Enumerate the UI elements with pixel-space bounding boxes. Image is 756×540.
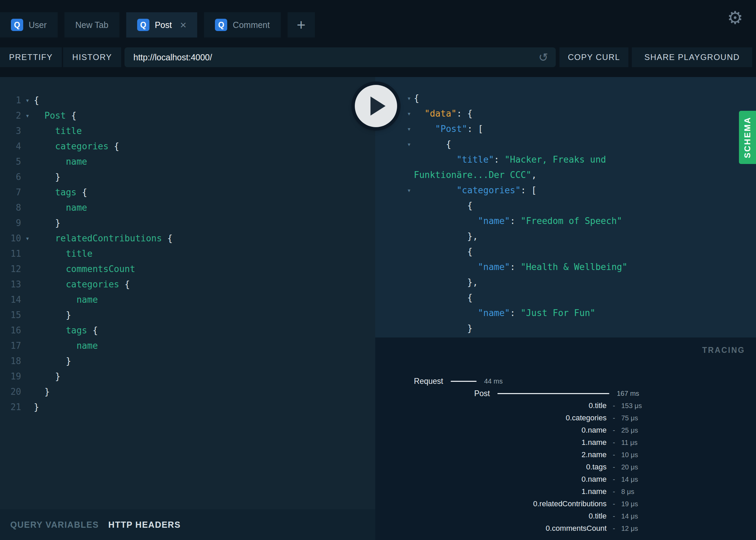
- token: {: [467, 200, 473, 211]
- token: :: [494, 154, 505, 165]
- code-text: categories {: [34, 139, 119, 154]
- token: title: [55, 126, 82, 136]
- resolver-path: 0.title: [375, 401, 607, 410]
- endpoint-url-input[interactable]: [133, 52, 547, 62]
- fold-arrow-icon[interactable]: ▾: [21, 93, 34, 108]
- response-line: ▾{: [375, 290, 756, 305]
- line-number: 17: [0, 338, 21, 354]
- fold-arrow-icon[interactable]: ▾: [404, 183, 414, 198]
- line-number: 15: [0, 308, 21, 323]
- fold-arrow-icon[interactable]: ▾: [404, 121, 414, 137]
- query-editor[interactable]: 1▾{2▾Post {3▾title4▾categories {5▾name6▾…: [0, 77, 375, 509]
- token: name: [66, 202, 87, 213]
- resolver-path: 2.name: [375, 450, 607, 459]
- reload-icon[interactable]: ↺: [539, 51, 549, 63]
- token: }: [467, 323, 473, 333]
- query-variables-toggle[interactable]: QUERY VARIABLES: [10, 520, 99, 530]
- separator: -: [607, 402, 621, 410]
- fold-arrow-icon[interactable]: ▾: [21, 108, 34, 123]
- code-line: 11▾title: [0, 246, 375, 261]
- resolver-path: 0.categories: [375, 414, 607, 422]
- trace-resolver-row: 0.commentsCount-12 μs: [375, 522, 756, 535]
- response-line: ▾"Post": [: [375, 121, 756, 137]
- token: name: [76, 295, 98, 305]
- code-text: }: [34, 400, 39, 415]
- resolver-path: 0.commentsCount: [375, 524, 607, 533]
- token: }: [55, 218, 61, 228]
- trace-span-label: Post: [375, 389, 490, 398]
- tab-label: Post: [155, 20, 172, 30]
- token: "Post": [435, 124, 467, 134]
- token: :: [510, 262, 521, 272]
- token: {: [414, 93, 419, 103]
- history-button[interactable]: HISTORY: [63, 47, 121, 67]
- code-text: "name": "Health & Wellbeing": [414, 259, 627, 275]
- code-line: 17▾name: [0, 338, 375, 354]
- code-text: }: [34, 215, 60, 231]
- copy-curl-button[interactable]: COPY CURL: [559, 47, 628, 67]
- code-text: },: [414, 229, 478, 244]
- code-text: Funktionäre...Der CCC",: [414, 167, 537, 183]
- code-line: 14▾name: [0, 292, 375, 308]
- token: "Hacker, Freaks und: [505, 154, 606, 165]
- add-tab-button[interactable]: +: [288, 12, 315, 38]
- play-icon: [370, 96, 386, 116]
- token: Post: [44, 110, 66, 121]
- token: "name": [478, 308, 510, 318]
- token: :: [510, 216, 521, 226]
- trace-span-label: Request: [375, 377, 443, 386]
- response-line: ▾"name": "Health & Wellbeing": [375, 259, 756, 275]
- prettify-button[interactable]: PRETTIFY: [0, 47, 62, 67]
- response-line: ▾{: [375, 198, 756, 213]
- tab-new-tab[interactable]: New Tab: [64, 12, 119, 38]
- resolver-path: 0.title: [375, 512, 607, 521]
- separator: -: [607, 476, 621, 483]
- resolver-duration: 12 μs: [621, 525, 638, 532]
- fold-arrow-icon[interactable]: ▾: [404, 91, 414, 106]
- response-lines: ▾{▾"data": {▾"Post": [▾{▾"title": "Hacke…: [375, 91, 756, 338]
- tab-comment[interactable]: QComment: [204, 12, 280, 38]
- token: tags: [66, 325, 87, 335]
- tab-user[interactable]: QUser: [0, 12, 58, 38]
- line-number: 12: [0, 261, 21, 277]
- separator: -: [607, 439, 621, 447]
- code-line: 4▾categories {: [0, 139, 375, 154]
- separator: -: [607, 512, 621, 520]
- fold-arrow-icon[interactable]: ▾: [404, 137, 414, 152]
- token: {: [34, 95, 39, 105]
- close-tab-icon[interactable]: ×: [180, 19, 187, 30]
- token: },: [467, 231, 478, 241]
- line-number: 8: [0, 200, 21, 215]
- line-number: 2: [0, 108, 21, 123]
- token: }: [34, 402, 39, 412]
- settings-gear-icon[interactable]: ⚙: [727, 9, 743, 27]
- response-viewer[interactable]: ▾{▾"data": {▾"Post": [▾{▾"title": "Hacke…: [375, 77, 756, 338]
- response-line: ▾{: [375, 137, 756, 152]
- code-text: commentsCount: [34, 261, 135, 277]
- resolver-duration: 14 μs: [621, 512, 638, 520]
- token: Funktionäre...Der CCC": [414, 170, 531, 180]
- code-text: name: [34, 338, 98, 354]
- trace-resolver-row: 0.name-25 μs: [375, 424, 756, 436]
- http-headers-toggle[interactable]: HTTP HEADERS: [108, 520, 181, 530]
- execute-query-button[interactable]: [355, 85, 397, 127]
- token: : [: [521, 185, 537, 195]
- query-pane: 1▾{2▾Post {3▾title4▾categories {5▾name6▾…: [0, 77, 375, 540]
- tab-post[interactable]: QPost×: [126, 12, 198, 38]
- share-playground-button[interactable]: SHARE PLAYGROUND: [632, 47, 752, 67]
- resolver-duration: 8 μs: [621, 488, 634, 496]
- separator: -: [607, 488, 621, 496]
- tab-label: User: [29, 20, 47, 30]
- line-number: 4: [0, 139, 21, 154]
- response-line: ▾"name": "Just For Fun": [375, 305, 756, 321]
- line-number: 11: [0, 246, 21, 261]
- schema-tab[interactable]: SCHEMA: [739, 111, 756, 164]
- fold-arrow-icon[interactable]: ▾: [404, 106, 414, 121]
- line-number: 14: [0, 292, 21, 308]
- tracing-header[interactable]: TRACING: [702, 346, 745, 355]
- trace-span-duration: 44 ms: [484, 377, 503, 385]
- response-pane: ▾{▾"data": {▾"Post": [▾{▾"title": "Hacke…: [375, 77, 756, 540]
- token: "categories": [456, 185, 521, 195]
- tracing-resolver-list: 0.title-153 μs0.categories-75 μs0.name-2…: [375, 400, 756, 535]
- fold-arrow-icon[interactable]: ▾: [21, 231, 34, 246]
